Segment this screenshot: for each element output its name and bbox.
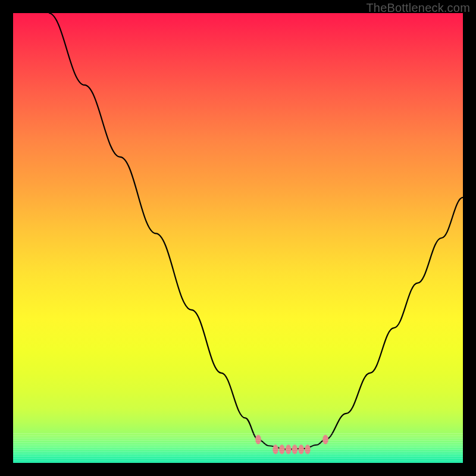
valley-marker xyxy=(305,444,311,454)
valley-marker xyxy=(298,444,304,454)
valley-marker xyxy=(255,435,261,444)
valley-floor-curve xyxy=(258,440,325,450)
left-branch-curve xyxy=(49,13,258,440)
watermark-text: TheBottleneck.com xyxy=(366,1,470,15)
valley-marker xyxy=(273,444,278,454)
right-branch-curve xyxy=(325,198,463,440)
valley-marker xyxy=(322,435,328,444)
valley-marker xyxy=(279,444,285,454)
plot-area xyxy=(13,13,463,463)
valley-marker xyxy=(286,444,292,454)
curve-layer xyxy=(13,13,463,463)
valley-marker xyxy=(292,444,298,454)
chart-container: TheBottleneck.com xyxy=(0,0,476,476)
